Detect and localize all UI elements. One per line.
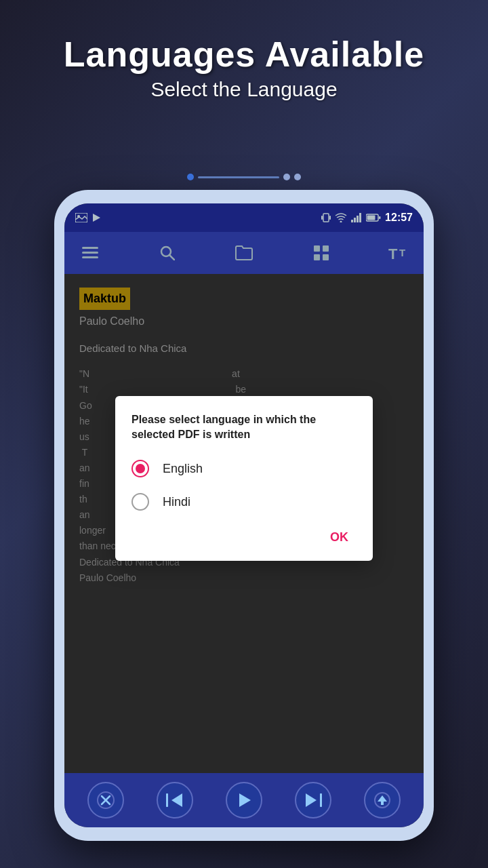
svg-rect-5 — [329, 216, 331, 220]
svg-rect-13 — [379, 216, 381, 219]
main-title: Languages Available — [0, 34, 488, 75]
dialog-actions: OK — [131, 525, 357, 550]
svg-text:T: T — [388, 245, 398, 260]
top-header: Languages Available Select the Language — [0, 34, 488, 101]
stop-button[interactable] — [87, 782, 124, 818]
radio-label-hindi: Hindi — [163, 492, 190, 512]
svg-text:T: T — [399, 247, 405, 258]
dialog-overlay: Please select language in which the sele… — [64, 274, 424, 773]
radio-label-english: English — [163, 459, 203, 479]
image-icon — [75, 213, 87, 222]
language-dialog: Please select language in which the sele… — [115, 396, 373, 561]
folder-icon[interactable] — [232, 241, 256, 265]
svg-marker-2 — [93, 214, 100, 222]
status-left-icons — [75, 213, 101, 222]
signal-icon — [351, 213, 362, 222]
dot-line — [198, 176, 279, 178]
toolbar: T T — [64, 232, 424, 274]
svg-rect-22 — [323, 254, 329, 260]
text-size-icon[interactable]: T T — [386, 241, 410, 265]
upload-button[interactable] — [364, 782, 401, 818]
battery-icon — [366, 214, 381, 222]
svg-marker-29 — [171, 793, 182, 807]
svg-rect-31 — [320, 793, 322, 807]
status-bar: 12:57 — [64, 203, 424, 232]
radio-option-english[interactable]: English — [131, 459, 357, 479]
svg-rect-10 — [359, 213, 361, 222]
dot-3 — [294, 174, 301, 180]
prev-button[interactable] — [157, 782, 193, 818]
svg-marker-34 — [378, 795, 387, 805]
phone-frame: 12:57 — [54, 190, 434, 841]
vibrate-icon — [321, 212, 331, 223]
svg-rect-3 — [323, 214, 329, 222]
svg-rect-28 — [166, 793, 168, 807]
svg-rect-9 — [357, 216, 359, 222]
play-store-icon — [92, 213, 101, 222]
menu-icon[interactable] — [78, 241, 102, 265]
wifi-icon — [335, 213, 347, 222]
carousel-indicator — [0, 174, 488, 180]
svg-rect-12 — [367, 216, 375, 220]
svg-rect-16 — [82, 256, 98, 258]
next-button[interactable] — [295, 782, 331, 818]
radio-english[interactable] — [131, 460, 149, 477]
play-button[interactable] — [226, 782, 262, 818]
svg-rect-4 — [321, 216, 323, 220]
grid-icon[interactable] — [309, 241, 333, 265]
svg-rect-14 — [82, 247, 98, 249]
phone-screen: 12:57 — [64, 203, 424, 827]
svg-rect-21 — [314, 254, 320, 260]
svg-marker-30 — [239, 793, 251, 807]
ok-button[interactable]: OK — [322, 525, 357, 550]
dot-2 — [283, 174, 290, 180]
svg-point-6 — [340, 221, 342, 223]
sub-title: Select the Language — [0, 78, 488, 101]
svg-rect-7 — [351, 220, 353, 222]
svg-rect-15 — [82, 252, 98, 254]
svg-line-18 — [169, 255, 174, 260]
dot-1 — [187, 174, 194, 180]
dialog-title: Please select language in which the sele… — [131, 412, 357, 443]
content-area: Maktub Paulo Coelho Dedicated to Nha Chi… — [64, 274, 424, 773]
radio-option-hindi[interactable]: Hindi — [131, 492, 357, 512]
bottom-player-bar — [64, 773, 424, 827]
search-icon[interactable] — [155, 241, 180, 265]
svg-marker-32 — [306, 793, 317, 807]
svg-rect-8 — [354, 218, 356, 222]
svg-rect-20 — [323, 245, 329, 252]
radio-hindi[interactable] — [131, 493, 149, 511]
svg-rect-19 — [314, 245, 320, 252]
status-right-icons: 12:57 — [321, 212, 413, 224]
status-time: 12:57 — [385, 212, 413, 224]
